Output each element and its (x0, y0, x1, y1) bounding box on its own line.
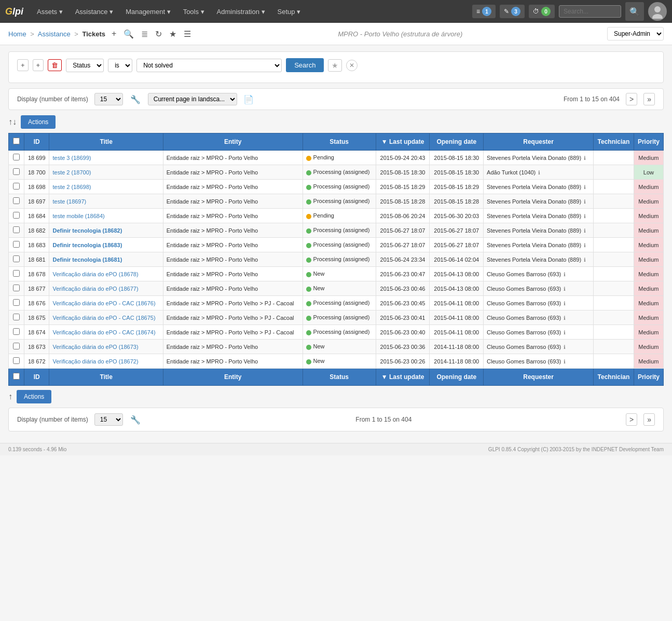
cell-title[interactable]: Verificação diária do ePO (18678) (49, 267, 163, 281)
header-entity[interactable]: Entity (163, 133, 303, 151)
row-checkbox[interactable] (13, 212, 20, 219)
info-icon[interactable]: ℹ (564, 359, 566, 365)
table-row[interactable]: 18 681Definir tecnologia (18681)Entidade… (9, 252, 664, 267)
header-requester[interactable]: Requester (484, 133, 594, 151)
info-icon[interactable]: ℹ (584, 257, 586, 263)
wrench-icon-button-top[interactable]: 🔧 (129, 93, 142, 105)
row-checkbox[interactable] (13, 270, 20, 277)
info-icon[interactable]: ℹ (564, 330, 566, 335)
breadcrumb-assistance[interactable]: Assistance (38, 30, 71, 38)
menu-badge-button[interactable]: ≡ 1 (472, 5, 496, 18)
filter-add-button-1[interactable]: + (17, 59, 29, 71)
bookmark-filter-button[interactable]: ★ (328, 59, 342, 72)
table-row[interactable]: 18 697teste (18697)Entidade raiz > MPRO … (9, 194, 664, 209)
table-row[interactable]: 18 678Verificação diária do ePO (18678)E… (9, 267, 664, 281)
header-technician[interactable]: Technician (594, 133, 634, 151)
nav-tools[interactable]: Tools ▾ (178, 5, 210, 19)
search-ticket-button[interactable]: 🔍 (121, 28, 136, 40)
info-icon[interactable]: ℹ (584, 242, 586, 248)
row-checkbox[interactable] (13, 241, 20, 248)
info-icon[interactable]: ℹ (584, 199, 586, 205)
nav-administration[interactable]: Administration ▾ (212, 5, 270, 19)
header-title[interactable]: Title (49, 133, 163, 151)
row-checkbox[interactable] (13, 168, 20, 175)
table-row[interactable]: 18 682Definir tecnologia (18682)Entidade… (9, 223, 664, 238)
cell-title[interactable]: Verificação diária do ePO - CAC (18674) (49, 325, 163, 340)
add-ticket-button[interactable]: + (109, 28, 118, 39)
row-checkbox[interactable] (13, 314, 20, 320)
table-row[interactable]: 18 677Verificação diária do ePO (18677)E… (9, 281, 664, 296)
user-avatar[interactable] (648, 2, 667, 21)
row-checkbox[interactable] (13, 343, 20, 349)
timer-badge-button[interactable]: ⏱ 0 (529, 5, 555, 18)
next-page-button-top[interactable]: > (626, 93, 637, 105)
next-page-button-bottom[interactable]: > (626, 413, 637, 426)
items-per-page-select-bottom[interactable]: 15 50 100 (94, 413, 123, 426)
table-row[interactable]: 18 684teste mobile (18684)Entidade raiz … (9, 209, 664, 223)
items-per-page-select-top[interactable]: 15 50 100 (94, 93, 123, 105)
search-button[interactable]: Search (286, 58, 324, 72)
cell-title[interactable]: Verificação diária do ePO (18672) (49, 354, 163, 369)
hamburger-menu-button[interactable]: ☰ (182, 28, 193, 40)
tasks-badge-button[interactable]: ✎ 3 (500, 5, 525, 18)
cell-title[interactable]: Definir tecnologia (18683) (49, 238, 163, 252)
layout-select[interactable]: Current page in landsca... (148, 93, 237, 105)
cell-title[interactable]: Verificação diária do ePO (18677) (49, 281, 163, 296)
cell-title[interactable]: teste mobile (18684) (49, 209, 163, 223)
row-checkbox[interactable] (13, 197, 20, 204)
filter-delete-button[interactable]: 🗑 (48, 59, 62, 71)
info-icon[interactable]: ℹ (564, 272, 566, 277)
info-icon[interactable]: ℹ (538, 170, 540, 176)
table-row[interactable]: 18 676Verificação diária do ePO - CAC (1… (9, 296, 664, 310)
close-filter-button[interactable]: ✕ (346, 60, 358, 71)
table-row[interactable]: 18 673Verificação diária do ePO (18673)E… (9, 340, 664, 354)
filter-operator-select[interactable]: is (108, 59, 132, 72)
table-row[interactable]: 18 674Verificação diária do ePO - CAC (1… (9, 325, 664, 340)
bookmark-button[interactable]: ★ (167, 28, 179, 40)
info-icon[interactable]: ℹ (584, 184, 586, 190)
table-row[interactable]: 18 698teste 2 (18698)Entidade raiz > MPR… (9, 180, 664, 194)
list-view-button[interactable]: ≣ (139, 28, 150, 40)
wrench-icon-button-bottom[interactable]: 🔧 (129, 414, 142, 426)
breadcrumb-home[interactable]: Home (8, 30, 26, 38)
select-all-checkbox-top[interactable] (13, 138, 20, 144)
app-logo[interactable]: Glpi (5, 6, 23, 17)
info-icon[interactable]: ℹ (584, 228, 586, 234)
info-icon[interactable]: ℹ (564, 301, 566, 306)
info-icon[interactable]: ℹ (584, 155, 586, 161)
user-context-select[interactable]: Super-Admin (607, 27, 664, 40)
table-row[interactable]: 18 672Verificação diária do ePO (18672)E… (9, 354, 664, 369)
row-checkbox[interactable] (13, 299, 20, 306)
pdf-export-button[interactable]: 📄 (243, 95, 254, 104)
cell-title[interactable]: Verificação diária do ePO - CAC (18675) (49, 310, 163, 325)
header-status[interactable]: Status (303, 133, 376, 151)
row-checkbox[interactable] (13, 226, 20, 233)
cell-title[interactable]: Definir tecnologia (18682) (49, 223, 163, 238)
nav-setup[interactable]: Setup ▾ (272, 5, 306, 19)
info-icon[interactable]: ℹ (564, 344, 566, 350)
header-id[interactable]: ID (24, 133, 49, 151)
row-checkbox[interactable] (13, 285, 20, 291)
filter-value-select[interactable]: Not solved (136, 59, 282, 72)
info-icon[interactable]: ℹ (564, 286, 566, 292)
info-icon[interactable]: ℹ (584, 213, 586, 219)
row-checkbox[interactable] (13, 328, 20, 335)
table-row[interactable]: 18 675Verificação diária do ePO - CAC (1… (9, 310, 664, 325)
cell-title[interactable]: Definir tecnologia (18681) (49, 252, 163, 267)
last-page-button-bottom[interactable]: » (643, 413, 655, 426)
search-icon-button[interactable]: 🔍 (625, 2, 644, 21)
actions-button-bottom[interactable]: Actions (17, 390, 51, 403)
row-checkbox[interactable] (13, 255, 20, 262)
table-row[interactable]: 18 700teste 2 (18700)Entidade raiz > MPR… (9, 165, 664, 180)
table-row[interactable]: 18 683Definir tecnologia (18683)Entidade… (9, 238, 664, 252)
last-page-button-top[interactable]: » (643, 93, 655, 105)
cell-title[interactable]: Verificação diária do ePO (18673) (49, 340, 163, 354)
nav-assistance[interactable]: Assistance ▾ (70, 5, 118, 19)
header-priority[interactable]: Priority (634, 133, 663, 151)
header-last-update[interactable]: ▼ Last update (376, 133, 430, 151)
table-row[interactable]: 18 699teste 3 (18699)Entidade raiz > MPR… (9, 151, 664, 165)
global-search-input[interactable] (559, 5, 621, 18)
cell-title[interactable]: teste 2 (18700) (49, 165, 163, 180)
info-icon[interactable]: ℹ (564, 315, 566, 321)
cell-title[interactable]: teste 2 (18698) (49, 180, 163, 194)
